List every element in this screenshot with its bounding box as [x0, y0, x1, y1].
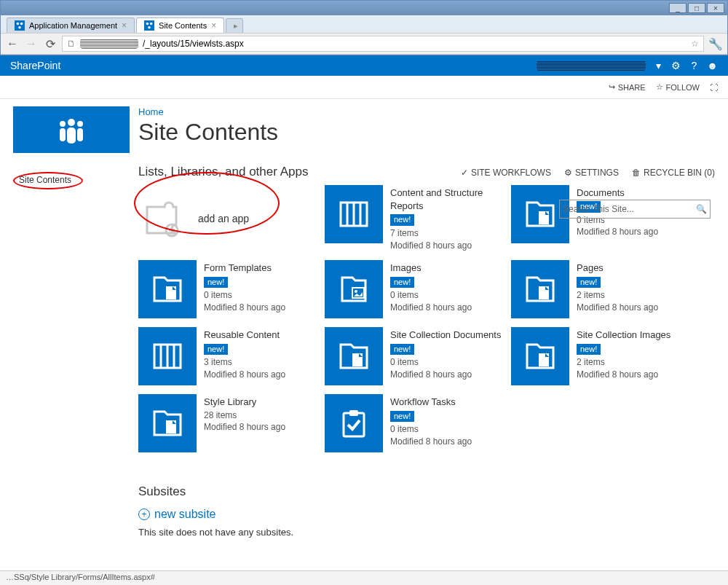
svg-point-3 [18, 26, 21, 29]
app-name[interactable]: Pages [577, 262, 658, 275]
people-icon [50, 115, 93, 144]
close-icon[interactable]: × [122, 20, 127, 31]
app-info: Site Collection Documentsnew!0 itemsModi… [390, 327, 501, 385]
check-icon: ✓ [461, 168, 468, 178]
app-tile[interactable]: Content and Structure Reportsnew!7 items… [325, 185, 507, 251]
tab-label: Application Management [29, 21, 117, 30]
new-tab-button[interactable]: ▸ [226, 18, 243, 33]
label: SETTINGS [575, 168, 619, 178]
app-tile[interactable]: Reusable Contentnew!3 itemsModified 8 ho… [138, 327, 320, 385]
app-modified: Modified 8 hours ago [390, 240, 472, 251]
breadcrumb[interactable]: Home [138, 106, 715, 117]
help-icon[interactable]: ? [691, 60, 697, 71]
gear-icon: ⚙ [564, 168, 572, 178]
new-badge: new! [390, 411, 414, 422]
app-icon [138, 327, 197, 385]
app-icon [511, 260, 569, 318]
focus-icon[interactable]: ⛶ [710, 83, 718, 92]
wrench-icon[interactable]: 🔧 [708, 36, 723, 51]
suite-bar: SharePoint ▾ ⚙ ? ☻ [0, 55, 728, 76]
gear-icon[interactable]: ⚙ [671, 60, 681, 71]
bookmark-icon[interactable]: ☆ [691, 39, 699, 49]
app-items: 28 items [204, 410, 237, 420]
settings-button[interactable]: ⚙SETTINGS [564, 168, 619, 178]
sidebar-item-site-contents[interactable]: Site Contents [13, 172, 131, 189]
app-name[interactable]: Images [390, 262, 472, 275]
app-modified: Modified 8 hours ago [390, 369, 472, 380]
label: SITE WORKFLOWS [471, 168, 551, 178]
redacted-user [537, 60, 646, 71]
app-name[interactable]: Documents [577, 187, 658, 200]
page-body: Site Contents Home Site Contents Search … [0, 99, 728, 545]
svg-point-1 [17, 23, 20, 25]
brand-label[interactable]: SharePoint [10, 60, 60, 71]
app-name[interactable]: Form Templates [204, 262, 285, 275]
app-name[interactable]: Workflow Tasks [390, 396, 472, 409]
minimize-button[interactable]: _ [669, 3, 687, 13]
app-tile[interactable]: Site Collection Imagesnew!2 itemsModifie… [511, 327, 693, 385]
app-name[interactable]: Site Collection Images [577, 329, 670, 342]
site-workflows-button[interactable]: ✓SITE WORKFLOWS [461, 168, 551, 178]
subsites-section: Subsites + new subsite This site does no… [138, 484, 715, 538]
recycle-bin-button[interactable]: 🗑RECYCLE BIN (0) [632, 168, 715, 178]
app-name[interactable]: Content and Structure Reports [390, 187, 507, 213]
svg-rect-25 [539, 286, 549, 299]
app-name[interactable]: Reusable Content [204, 329, 285, 342]
app-info: Content and Structure Reportsnew!7 items… [390, 185, 507, 251]
label: new subsite [154, 508, 216, 521]
new-subsite-button[interactable]: + new subsite [138, 508, 715, 521]
search-input[interactable]: Search This Site... 🔍 [559, 200, 711, 219]
tab-app-management[interactable]: Application Management × [7, 17, 135, 33]
page-title: Site Contents [138, 119, 715, 146]
app-tile[interactable]: Style Library28 itemsModified 8 hours ag… [138, 394, 320, 452]
sharepoint-icon [144, 20, 154, 31]
svg-point-10 [77, 121, 83, 127]
search-icon[interactable]: 🔍 [696, 204, 707, 214]
new-badge: new! [577, 277, 601, 288]
close-icon[interactable]: × [211, 20, 216, 31]
app-tile[interactable]: Pagesnew!2 itemsModified 8 hours ago [511, 260, 693, 318]
app-items: 7 items [390, 228, 419, 238]
app-modified: Modified 8 hours ago [204, 369, 285, 380]
user-icon[interactable]: ☻ [707, 60, 718, 71]
app-modified: Modified 8 hours ago [204, 302, 285, 313]
new-badge: new! [204, 344, 228, 355]
svg-point-24 [355, 290, 357, 293]
tab-site-contents[interactable]: Site Contents × [136, 17, 224, 33]
app-tile[interactable]: Site Collection Documentsnew!0 itemsModi… [325, 327, 507, 385]
no-subsites-text: This site does not have any subsites. [138, 527, 715, 538]
main-content: Home Site Contents Search This Site... 🔍… [138, 99, 728, 545]
app-modified: Modified 8 hours ago [577, 227, 658, 237]
app-info: Workflow Tasksnew!0 itemsModified 8 hour… [390, 394, 472, 452]
app-modified: Modified 8 hours ago [390, 302, 472, 313]
site-logo[interactable] [13, 106, 130, 153]
app-name[interactable]: Site Collection Documents [390, 329, 501, 342]
maximize-button[interactable]: □ [688, 3, 705, 13]
url-input[interactable]: 🗋 /_layouts/15/viewlsts.aspx ☆ [62, 36, 704, 52]
app-icon [138, 260, 197, 318]
svg-rect-13 [77, 128, 83, 141]
svg-point-5 [146, 23, 149, 25]
forward-button[interactable]: → [24, 36, 39, 51]
app-tile[interactable]: Workflow Tasksnew!0 itemsModified 8 hour… [325, 394, 507, 452]
reload-button[interactable]: ⟳ [43, 36, 58, 51]
window-controls: _ □ × [1, 1, 727, 15]
follow-button[interactable]: ☆FOLLOW [656, 82, 700, 92]
app-tile[interactable]: Imagesnew!0 itemsModified 8 hours ago [325, 260, 507, 318]
label: FOLLOW [666, 83, 700, 92]
svg-rect-4 [144, 20, 154, 31]
dropdown-icon[interactable]: ▾ [656, 60, 661, 71]
app-modified: Modified 8 hours ago [577, 369, 658, 380]
label: RECYCLE BIN (0) [644, 168, 715, 178]
share-button[interactable]: ↪SHARE [609, 82, 646, 92]
app-modified: Modified 8 hours ago [577, 302, 658, 313]
svg-rect-22 [166, 286, 176, 299]
close-window-button[interactable]: × [707, 3, 724, 13]
app-icon [325, 260, 383, 318]
app-name[interactable]: Style Library [204, 396, 285, 409]
app-info: Imagesnew!0 itemsModified 8 hours ago [390, 260, 472, 318]
back-button[interactable]: ← [5, 36, 20, 51]
app-icon [138, 394, 197, 452]
app-tile[interactable]: Form Templatesnew!0 itemsModified 8 hour… [138, 260, 320, 318]
add-app-tile[interactable]: add an app [138, 185, 320, 251]
